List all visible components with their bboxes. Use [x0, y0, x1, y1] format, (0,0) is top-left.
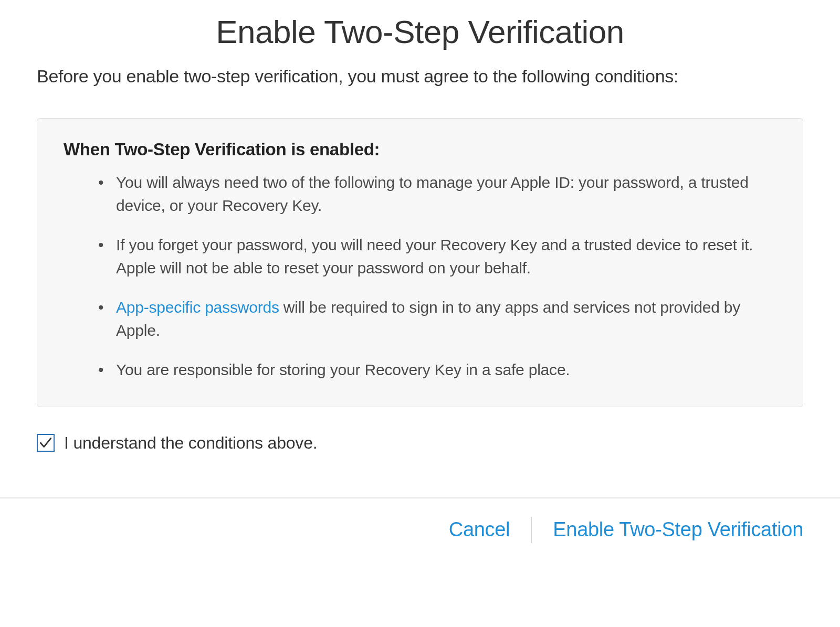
footer-separator — [531, 517, 532, 543]
footer-actions: Cancel Enable Two-Step Verification — [0, 498, 840, 543]
page-subtitle: Before you enable two-step verification,… — [37, 66, 803, 87]
agree-checkbox[interactable] — [37, 434, 55, 452]
enable-button[interactable]: Enable Two-Step Verification — [553, 518, 803, 541]
conditions-heading: When Two-Step Verification is enabled: — [64, 140, 776, 160]
cancel-button[interactable]: Cancel — [449, 518, 510, 541]
condition-item: App-specific passwords will be required … — [116, 296, 776, 342]
condition-item: If you forget your password, you will ne… — [116, 233, 776, 279]
condition-item: You are responsible for storing your Rec… — [116, 358, 776, 381]
agree-label: I understand the conditions above. — [64, 433, 317, 453]
conditions-list: You will always need two of the followin… — [64, 171, 776, 381]
app-specific-passwords-link[interactable]: App-specific passwords — [116, 299, 279, 316]
checkmark-icon — [39, 436, 52, 450]
condition-item: You will always need two of the followin… — [116, 171, 776, 217]
conditions-panel: When Two-Step Verification is enabled: Y… — [37, 118, 803, 407]
page-title: Enable Two-Step Verification — [37, 13, 803, 50]
